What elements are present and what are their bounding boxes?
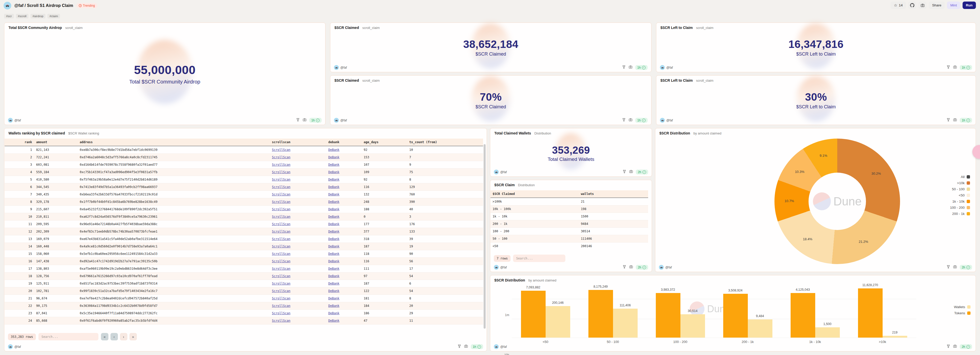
- snapshot-icon[interactable]: [464, 344, 468, 349]
- debank-link[interactable]: DeBank: [328, 193, 339, 196]
- legend-item[interactable]: 50 - 100: [952, 187, 970, 191]
- legend-item[interactable]: <50: [959, 193, 970, 197]
- snapshot-icon[interactable]: [953, 344, 957, 349]
- scrollscan-link[interactable]: ScrollScan: [272, 267, 290, 271]
- tag[interactable]: #claim: [48, 14, 60, 19]
- first-page-button[interactable]: «: [101, 333, 108, 341]
- scrollscan-link[interactable]: ScrollScan: [272, 311, 290, 315]
- debank-link[interactable]: DeBank: [328, 282, 339, 285]
- table-search-input[interactable]: [38, 333, 99, 341]
- table-search-input[interactable]: [513, 255, 565, 262]
- debank-link[interactable]: DeBank: [328, 296, 339, 300]
- scrollscan-link[interactable]: ScrollScan: [272, 170, 290, 174]
- scrollscan-link[interactable]: ScrollScan: [272, 296, 290, 300]
- run-button[interactable]: Run: [963, 2, 976, 9]
- scrollscan-link[interactable]: ScrollScan: [272, 304, 290, 307]
- snapshot-icon[interactable]: [953, 265, 957, 270]
- legend-item[interactable]: 100 - 200: [950, 206, 970, 209]
- column-header[interactable]: wallets: [579, 190, 648, 198]
- author-name[interactable]: @faf: [665, 266, 672, 269]
- wallets-bar[interactable]: [883, 336, 907, 338]
- legend-item[interactable]: All: [961, 175, 970, 179]
- debank-link[interactable]: DeBank: [328, 319, 339, 322]
- column-header[interactable]: $SCR Claimed: [490, 190, 579, 198]
- debank-link[interactable]: DeBank: [328, 163, 339, 166]
- scrollscan-link[interactable]: ScrollScan: [272, 178, 290, 181]
- scrollscan-link[interactable]: ScrollScan: [272, 163, 290, 166]
- debank-link[interactable]: DeBank: [328, 260, 339, 263]
- tokens-bar[interactable]: [858, 288, 883, 338]
- wallets-bar[interactable]: [815, 327, 840, 338]
- wallets-bar[interactable]: [748, 319, 772, 338]
- debank-link[interactable]: DeBank: [328, 252, 339, 256]
- column-header[interactable]: scrollscan: [270, 139, 326, 146]
- mint-button[interactable]: Mint: [947, 2, 960, 9]
- author-name[interactable]: @faf: [500, 266, 507, 269]
- legend-item[interactable]: Wallets: [954, 305, 970, 309]
- scrollscan-link[interactable]: ScrollScan: [272, 319, 290, 322]
- debank-link[interactable]: DeBank: [328, 178, 339, 181]
- last-refresh-badge[interactable]: 2h✓: [960, 265, 972, 270]
- fork-query-icon[interactable]: [622, 265, 626, 270]
- debank-link[interactable]: DeBank: [328, 222, 339, 226]
- fork-query-icon[interactable]: [457, 344, 461, 349]
- scrollscan-link[interactable]: ScrollScan: [272, 289, 290, 293]
- screenshot-button[interactable]: [918, 2, 926, 9]
- debank-link[interactable]: DeBank: [328, 185, 339, 189]
- github-button[interactable]: [908, 2, 916, 9]
- fork-query-icon[interactable]: [947, 265, 950, 270]
- debank-link[interactable]: DeBank: [328, 289, 339, 293]
- legend-item[interactable]: 200 - 1k: [952, 212, 970, 216]
- tokens-bar[interactable]: [589, 290, 613, 338]
- prev-page-button[interactable]: ‹: [110, 333, 118, 341]
- debank-link[interactable]: DeBank: [328, 208, 339, 211]
- fork-query-icon[interactable]: [947, 344, 950, 349]
- wallets-bar[interactable]: [681, 314, 705, 338]
- last-refresh-badge[interactable]: 2h✓: [636, 265, 648, 270]
- debank-link[interactable]: DeBank: [328, 267, 339, 271]
- column-header[interactable]: tx_count (from): [407, 139, 483, 146]
- scrollscan-link[interactable]: ScrollScan: [272, 237, 290, 241]
- last-refresh-badge[interactable]: 2h✓: [960, 344, 972, 349]
- scrollscan-link[interactable]: ScrollScan: [272, 252, 290, 256]
- star-button[interactable]: ☆ 14: [891, 2, 906, 9]
- query-link[interactable]: $SCR Wallet ranking: [68, 132, 99, 135]
- scrollscan-link[interactable]: ScrollScan: [272, 208, 290, 211]
- share-button[interactable]: Share: [929, 2, 945, 9]
- scrollscan-link[interactable]: ScrollScan: [272, 245, 290, 248]
- debank-link[interactable]: DeBank: [328, 155, 339, 159]
- last-refresh-badge[interactable]: 1h✓: [471, 344, 483, 349]
- column-header[interactable]: debank: [326, 139, 362, 146]
- scrollscan-link[interactable]: ScrollScan: [272, 200, 290, 204]
- tokens-bar[interactable]: [521, 291, 546, 338]
- scrollscan-link[interactable]: ScrollScan: [272, 282, 290, 285]
- author-name[interactable]: @faf: [500, 345, 507, 349]
- debank-link[interactable]: DeBank: [328, 245, 339, 248]
- scrollscan-link[interactable]: ScrollScan: [272, 215, 290, 219]
- legend-item[interactable]: >10k: [957, 181, 970, 185]
- tag[interactable]: #scr: [4, 14, 14, 19]
- table-scrollbar[interactable]: [484, 144, 486, 329]
- column-header[interactable]: rank: [5, 139, 34, 146]
- scrollscan-link[interactable]: ScrollScan: [272, 230, 290, 233]
- scrollscan-link[interactable]: ScrollScan: [272, 148, 290, 152]
- wallets-bar[interactable]: [546, 306, 570, 338]
- debank-link[interactable]: DeBank: [328, 237, 339, 241]
- scrollscan-link[interactable]: ScrollScan: [272, 155, 290, 159]
- scrollscan-link[interactable]: ScrollScan: [272, 274, 290, 278]
- debank-link[interactable]: DeBank: [328, 230, 339, 233]
- tokens-bar[interactable]: [723, 294, 748, 338]
- legend-item[interactable]: Tokens: [954, 311, 970, 315]
- tag[interactable]: #airdrop: [30, 14, 45, 19]
- debank-link[interactable]: DeBank: [328, 200, 339, 204]
- author-name[interactable]: @faf: [14, 345, 21, 349]
- column-header[interactable]: age_days: [362, 139, 407, 146]
- scrollscan-link[interactable]: ScrollScan: [272, 260, 290, 263]
- snapshot-icon[interactable]: [629, 265, 633, 270]
- debank-link[interactable]: DeBank: [328, 148, 339, 152]
- tag[interactable]: #scroll: [16, 14, 29, 19]
- last-page-button[interactable]: »: [129, 333, 137, 341]
- legend-item[interactable]: 1k - 10k: [952, 200, 970, 203]
- next-page-button[interactable]: ›: [120, 333, 127, 341]
- column-header[interactable]: amount: [34, 139, 78, 146]
